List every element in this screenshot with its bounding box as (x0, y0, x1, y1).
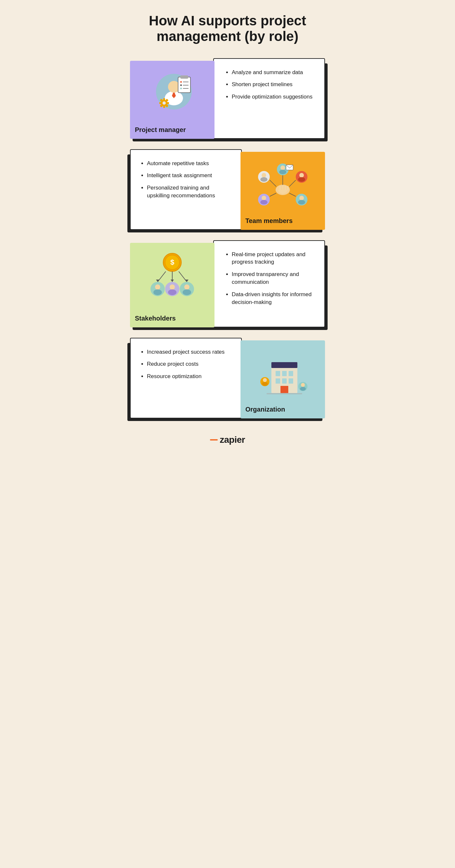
zapier-logo: zapier (130, 435, 325, 445)
svg-rect-8 (166, 102, 169, 104)
svg-line-53 (179, 272, 187, 282)
svg-rect-23 (279, 186, 281, 191)
list-item: Improved transparency and communication (232, 271, 315, 286)
team-members-illustration (254, 158, 312, 214)
stakeholders-label: Stakeholders (135, 313, 176, 323)
svg-point-62 (168, 289, 176, 295)
list-item: Real-time project updates and progress t… (232, 251, 315, 266)
list-item: Increased project success rates (147, 348, 231, 356)
svg-point-35 (299, 173, 304, 178)
section-project-manager: Project manager Analyze and summarize da… (130, 61, 325, 139)
svg-point-42 (298, 200, 305, 205)
organization-illustration (254, 347, 312, 402)
svg-rect-69 (282, 371, 287, 376)
svg-point-16 (181, 81, 182, 83)
svg-rect-70 (289, 371, 293, 376)
list-item: Shorten project timelines (232, 81, 315, 88)
svg-point-36 (298, 177, 305, 182)
svg-point-38 (262, 196, 266, 200)
svg-point-39 (260, 200, 267, 205)
page-title: How AI supports project management (by r… (130, 13, 325, 44)
svg-rect-6 (163, 105, 165, 108)
svg-point-81 (300, 387, 306, 391)
svg-rect-74 (281, 386, 288, 393)
stakeholders-text-box: Real-time project updates and progress t… (213, 240, 325, 328)
team-members-label: Team members (246, 216, 292, 226)
stakeholders-illustration: $ (143, 249, 201, 305)
svg-point-59 (153, 289, 162, 295)
svg-point-41 (299, 196, 304, 200)
svg-rect-25 (284, 185, 286, 190)
zapier-dash (210, 439, 218, 440)
svg-rect-67 (271, 362, 297, 368)
team-members-image-box: Team members (240, 152, 325, 230)
svg-point-33 (260, 177, 267, 182)
project-manager-illustration (143, 67, 201, 123)
section-team-members: Automate repetitive tasks Intelligent ta… (130, 152, 325, 230)
svg-rect-7 (159, 102, 162, 104)
svg-point-58 (155, 284, 160, 290)
svg-point-32 (262, 173, 266, 178)
svg-point-18 (181, 84, 182, 86)
section-stakeholders: $ (130, 243, 325, 328)
svg-line-45 (289, 180, 296, 187)
svg-line-46 (270, 193, 276, 196)
project-manager-label: Project manager (135, 125, 186, 135)
svg-point-77 (263, 378, 267, 382)
list-item: Personalized training and upskilling rec… (147, 184, 231, 199)
team-members-bullets: Automate repetitive tasks Intelligent ta… (140, 160, 231, 199)
stakeholders-bullets: Real-time project updates and progress t… (225, 251, 315, 306)
section-organization: Increased project success rates Reduce p… (130, 340, 325, 418)
project-manager-bullets: Analyze and summarize data Shorten proje… (225, 69, 315, 101)
list-item: Provide optimization suggestions (232, 93, 315, 101)
list-item: Analyze and summarize data (232, 69, 315, 76)
svg-rect-15 (181, 75, 188, 79)
list-item: Intelligent task assignment (147, 172, 231, 180)
list-item: Resource optimization (147, 373, 231, 380)
svg-text:$: $ (170, 258, 174, 266)
svg-point-28 (281, 165, 285, 170)
svg-point-29 (279, 170, 286, 174)
team-members-text-box: Automate repetitive tasks Intelligent ta… (130, 149, 242, 230)
svg-rect-75 (266, 393, 302, 394)
svg-rect-72 (282, 378, 287, 383)
svg-rect-73 (289, 378, 293, 383)
organization-label: Organization (246, 404, 285, 414)
list-item: Data-driven insights for informed decisi… (232, 291, 315, 306)
svg-point-78 (262, 382, 268, 386)
svg-rect-68 (275, 371, 280, 376)
svg-point-80 (301, 383, 305, 387)
svg-rect-14 (178, 77, 190, 93)
svg-point-13 (162, 101, 166, 105)
svg-rect-71 (275, 378, 280, 383)
svg-line-51 (158, 272, 166, 282)
list-item: Automate repetitive tasks (147, 160, 231, 167)
svg-line-47 (289, 193, 296, 196)
svg-rect-24 (282, 185, 284, 190)
svg-rect-26 (287, 186, 289, 190)
svg-line-44 (270, 180, 276, 187)
svg-point-65 (183, 289, 191, 295)
organization-bullets: Increased project success rates Reduce p… (140, 348, 231, 380)
organization-text-box: Increased project success rates Reduce p… (130, 338, 242, 418)
project-manager-text-box: Analyze and summarize data Shorten proje… (213, 58, 325, 139)
svg-point-64 (184, 284, 190, 290)
stakeholders-image-box: $ (130, 243, 215, 328)
organization-image-box: Organization (240, 340, 325, 418)
svg-point-61 (170, 284, 175, 290)
svg-rect-5 (163, 98, 165, 101)
svg-point-20 (181, 88, 182, 89)
list-item: Reduce project costs (147, 360, 231, 368)
zapier-wordmark: zapier (220, 435, 245, 445)
project-manager-image-box: Project manager (130, 61, 215, 139)
svg-marker-55 (171, 280, 174, 282)
